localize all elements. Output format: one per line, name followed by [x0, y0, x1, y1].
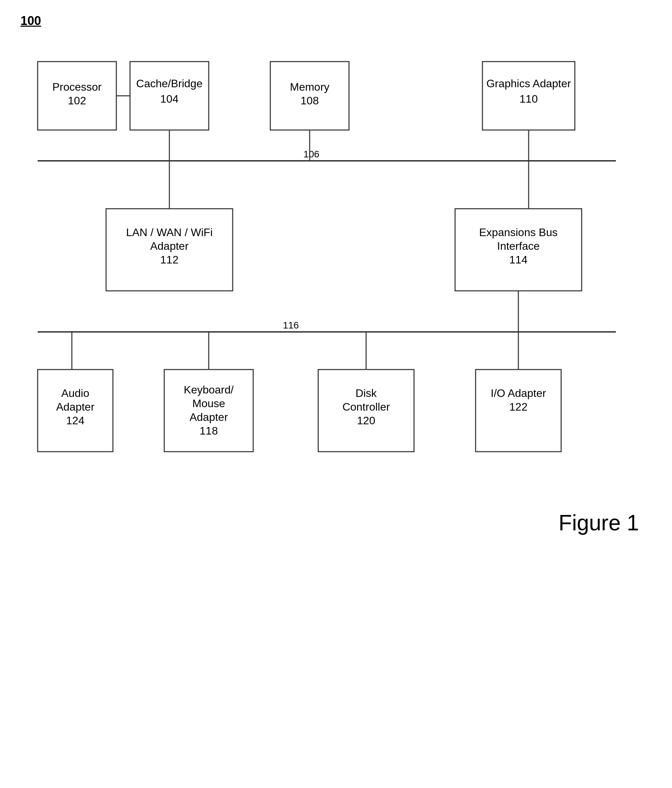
- svg-text:Controller: Controller: [343, 401, 390, 413]
- svg-text:Cache/Bridge: Cache/Bridge: [136, 77, 203, 90]
- svg-text:Expansions Bus: Expansions Bus: [479, 226, 558, 238]
- svg-text:Memory: Memory: [290, 81, 329, 93]
- svg-text:Interface: Interface: [497, 240, 540, 252]
- svg-text:Figure 1: Figure 1: [559, 510, 639, 535]
- svg-text:I/O Adapter: I/O Adapter: [491, 387, 546, 399]
- svg-text:Graphics Adapter: Graphics Adapter: [486, 77, 571, 90]
- svg-text:104: 104: [160, 93, 178, 105]
- svg-text:Adapter: Adapter: [150, 240, 189, 252]
- svg-text:112: 112: [160, 254, 178, 266]
- svg-text:120: 120: [357, 415, 375, 427]
- svg-text:Audio: Audio: [61, 387, 89, 399]
- svg-text:108: 108: [300, 94, 319, 107]
- svg-rect-39: [164, 370, 253, 452]
- page-ref-label: 100: [21, 14, 41, 28]
- system-diagram: Processor 102 Cache/Bridge 104 Memory 10…: [17, 34, 657, 701]
- svg-text:106: 106: [303, 149, 319, 159]
- svg-text:Keyboard/: Keyboard/: [184, 384, 234, 396]
- svg-text:Adapter: Adapter: [189, 411, 228, 423]
- svg-text:124: 124: [66, 415, 84, 427]
- svg-text:118: 118: [200, 425, 218, 437]
- svg-text:110: 110: [519, 93, 537, 105]
- svg-text:102: 102: [68, 94, 86, 107]
- svg-text:Adapter: Adapter: [56, 401, 94, 413]
- svg-text:Processor: Processor: [52, 81, 102, 93]
- svg-text:LAN / WAN / WiFi: LAN / WAN / WiFi: [126, 226, 213, 238]
- svg-text:Disk: Disk: [356, 387, 377, 399]
- svg-text:116: 116: [283, 320, 299, 330]
- svg-text:Mouse: Mouse: [192, 397, 225, 410]
- svg-text:114: 114: [509, 254, 527, 266]
- svg-text:122: 122: [509, 401, 527, 413]
